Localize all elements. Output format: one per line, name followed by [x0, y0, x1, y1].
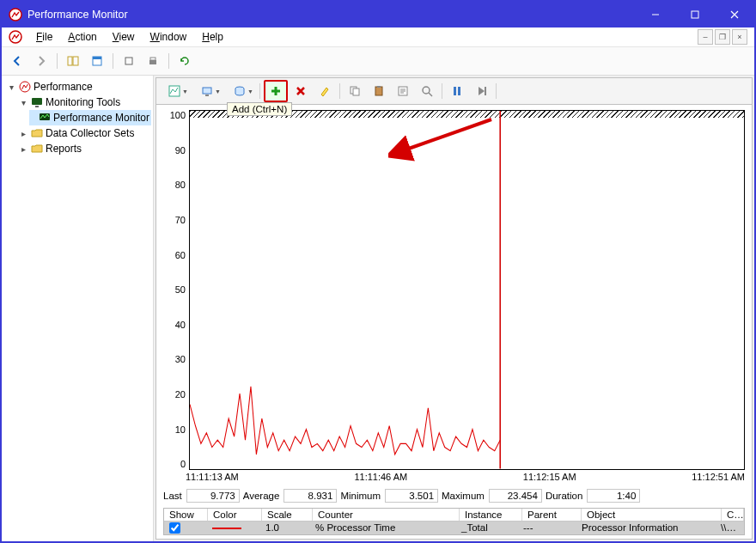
monitor-icon: [31, 96, 43, 108]
chevron-down-icon: ▼: [247, 88, 253, 95]
col-show[interactable]: Show: [164, 509, 208, 521]
export-button[interactable]: [119, 51, 139, 71]
chart-panel: 1009080706050403020100 11:11:13 AM11:11:…: [155, 104, 753, 540]
view-type-button[interactable]: ▼: [160, 81, 191, 101]
title-bar[interactable]: Performance Monitor: [2, 2, 754, 27]
app-window: Performance Monitor File Action View Win…: [0, 0, 756, 543]
mmc-toolbar: [2, 47, 754, 76]
mdi-close-button[interactable]: ×: [732, 29, 747, 45]
legend-header: Show Color Scale Counter Instance Parent…: [164, 509, 744, 522]
col-counter[interactable]: Counter: [313, 509, 460, 521]
menu-action[interactable]: Action: [66, 29, 98, 45]
chart-svg: [190, 111, 744, 469]
navigation-tree[interactable]: ▾ Performance ▾ Monitoring Tools: [2, 76, 154, 541]
menu-help[interactable]: Help: [200, 29, 225, 45]
mdi-minimize-button[interactable]: –: [698, 29, 713, 45]
tree-data-collector-sets[interactable]: ▸ Data Collector Sets: [17, 125, 151, 141]
properties-button[interactable]: [87, 51, 107, 71]
collapse-icon[interactable]: ▾: [19, 98, 28, 107]
connect-computer-button[interactable]: ▼: [192, 81, 223, 101]
col-instance[interactable]: Instance: [460, 509, 522, 521]
minimize-button[interactable]: [636, 2, 675, 27]
legend-parent: ---: [518, 522, 576, 534]
chevron-down-icon: ▼: [182, 88, 188, 95]
col-color[interactable]: Color: [208, 509, 262, 521]
svg-rect-3: [68, 57, 72, 65]
menu-file[interactable]: File: [34, 29, 54, 45]
svg-rect-24: [454, 87, 456, 95]
col-object[interactable]: Object: [582, 509, 722, 521]
y-axis: 1009080706050403020100: [163, 110, 189, 470]
svg-rect-6: [93, 57, 101, 59]
expand-icon[interactable]: ▸: [19, 129, 28, 138]
maximize-button[interactable]: [675, 2, 715, 27]
zoom-button[interactable]: [416, 81, 438, 101]
copy-button[interactable]: [344, 81, 366, 101]
menu-window[interactable]: Window: [149, 29, 189, 45]
menu-view[interactable]: View: [111, 29, 137, 45]
properties-button[interactable]: [392, 81, 414, 101]
svg-rect-1: [692, 11, 698, 18]
col-scale[interactable]: Scale: [262, 509, 313, 521]
counter-legend[interactable]: Show Color Scale Counter Instance Parent…: [163, 508, 745, 535]
svg-rect-8: [149, 60, 156, 64]
legend-computer: \\OSIRIS: [716, 522, 744, 534]
refresh-button[interactable]: [174, 51, 195, 71]
stat-last-value: 9.773: [186, 489, 240, 503]
update-data-button[interactable]: [470, 81, 492, 101]
paste-button[interactable]: [368, 81, 390, 101]
stat-max-label: Maximum: [442, 491, 485, 501]
svg-rect-26: [485, 87, 486, 95]
stat-dur-label: Duration: [546, 491, 583, 501]
tree-root-performance[interactable]: ▾ Performance: [5, 79, 151, 95]
svg-rect-21: [377, 86, 381, 88]
window-title: Performance Monitor: [27, 9, 636, 21]
legend-scale: 1.0: [260, 522, 310, 534]
delete-counter-button[interactable]: [290, 81, 312, 101]
expand-icon[interactable]: ▸: [19, 144, 28, 154]
back-button[interactable]: [7, 51, 27, 71]
x-axis: 11:11:13 AM11:11:46 AM11:12:15 AM11:12:5…: [163, 470, 745, 482]
tree-reports[interactable]: ▸ Reports: [17, 141, 151, 156]
view-log-data-button[interactable]: ▼: [225, 81, 256, 101]
chart-toolbar: ▼ ▼ ▼ Add (Ctrl+N): [155, 77, 753, 104]
mdi-restore-button[interactable]: ❐: [715, 29, 730, 45]
folder-icon: [31, 143, 43, 155]
body: ▾ Performance ▾ Monitoring Tools: [2, 76, 754, 541]
highlight-button[interactable]: [314, 81, 336, 101]
add-counter-button[interactable]: [264, 80, 288, 102]
legend-object: Processor Information: [576, 522, 716, 534]
close-button[interactable]: [715, 2, 754, 27]
freeze-display-button[interactable]: [446, 81, 468, 101]
content-pane: ▼ ▼ ▼ Add (Ctrl+N): [154, 76, 754, 541]
svg-point-23: [423, 87, 430, 94]
tree-label: Reports: [46, 143, 82, 155]
stat-avg-value: 8.931: [284, 489, 337, 503]
app-icon: [9, 8, 22, 21]
svg-rect-13: [40, 113, 50, 120]
forward-button[interactable]: [31, 51, 52, 71]
legend-color-swatch: [212, 528, 241, 529]
col-computer[interactable]: Computer: [722, 509, 744, 521]
tree-label: Data Collector Sets: [46, 127, 134, 139]
print-button[interactable]: [143, 51, 163, 71]
stat-min-value: 3.501: [385, 489, 438, 503]
chart-plot[interactable]: [189, 110, 745, 470]
svg-rect-20: [375, 87, 382, 95]
stat-min-label: Minimum: [340, 491, 381, 501]
tree-monitoring-tools[interactable]: ▾ Monitoring Tools: [17, 95, 151, 110]
show-hide-tree-button[interactable]: [63, 51, 83, 71]
perf-root-icon: [19, 81, 31, 93]
tree-label: Performance: [34, 81, 93, 93]
stat-dur-value: 1:40: [587, 489, 640, 503]
legend-show-checkbox[interactable]: [169, 522, 180, 534]
app-icon: [9, 30, 22, 44]
collapse-icon[interactable]: ▾: [7, 82, 16, 92]
tree-performance-monitor[interactable]: Performance Monitor: [29, 110, 151, 125]
svg-rect-12: [35, 106, 39, 107]
legend-row[interactable]: 1.0 % Processor Time _Total --- Processo…: [164, 522, 744, 534]
stat-last-label: Last: [163, 491, 183, 501]
svg-rect-9: [150, 58, 155, 60]
tree-label: Monitoring Tools: [46, 96, 120, 108]
col-parent[interactable]: Parent: [522, 509, 582, 521]
